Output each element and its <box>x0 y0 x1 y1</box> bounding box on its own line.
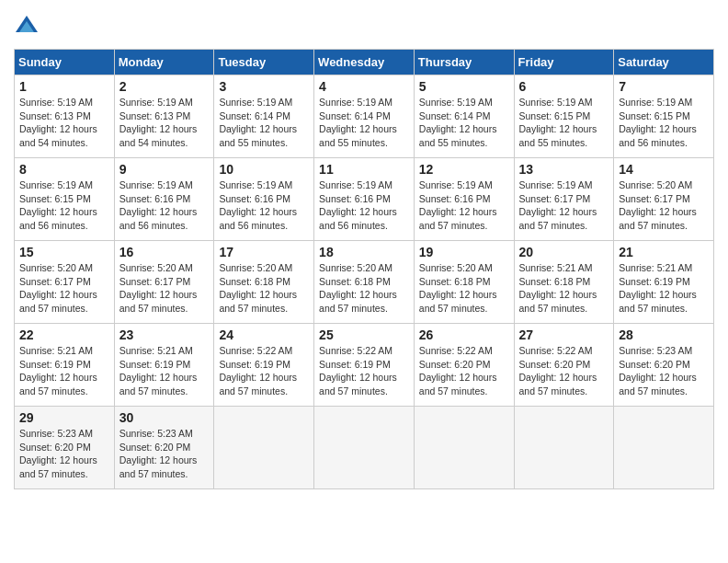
calendar-day-13: 13 Sunrise: 5:19 AMSunset: 6:17 PMDaylig… <box>514 158 614 241</box>
calendar-header-wednesday: Wednesday <box>314 50 415 75</box>
calendar-day-23: 23 Sunrise: 5:21 AMSunset: 6:19 PMDaylig… <box>114 324 214 407</box>
day-info: Sunrise: 5:19 AMSunset: 6:14 PMDaylight:… <box>219 96 309 150</box>
day-number: 24 <box>219 327 309 342</box>
day-number: 2 <box>119 79 210 94</box>
calendar-header-friday: Friday <box>514 50 614 75</box>
calendar-day-empty <box>314 407 415 489</box>
day-number: 20 <box>519 245 609 259</box>
day-info: Sunrise: 5:20 AMSunset: 6:18 PMDaylight:… <box>219 261 309 316</box>
day-number: 28 <box>619 327 709 342</box>
day-number: 10 <box>219 162 309 177</box>
calendar-day-empty <box>414 407 514 489</box>
calendar-week-3: 22 Sunrise: 5:21 AMSunset: 6:19 PMDaylig… <box>15 324 714 407</box>
day-info: Sunrise: 5:21 AMSunset: 6:18 PMDaylight:… <box>519 261 609 316</box>
calendar-week-2: 15 Sunrise: 5:20 AMSunset: 6:17 PMDaylig… <box>15 241 714 324</box>
logo <box>14 14 41 40</box>
day-info: Sunrise: 5:20 AMSunset: 6:17 PMDaylight:… <box>19 261 109 316</box>
day-number: 1 <box>19 79 109 94</box>
day-number: 26 <box>419 327 509 342</box>
day-info: Sunrise: 5:19 AMSunset: 6:15 PMDaylight:… <box>19 178 109 233</box>
logo-icon <box>14 14 40 40</box>
header <box>14 14 714 40</box>
calendar-day-24: 24 Sunrise: 5:22 AMSunset: 6:19 PMDaylig… <box>214 324 314 407</box>
calendar-day-30: 30 Sunrise: 5:23 AMSunset: 6:20 PMDaylig… <box>114 407 214 489</box>
day-info: Sunrise: 5:23 AMSunset: 6:20 PMDaylight:… <box>619 344 709 398</box>
calendar-header-sunday: Sunday <box>15 50 115 75</box>
day-number: 30 <box>119 410 210 425</box>
calendar-day-empty <box>214 407 314 489</box>
calendar-day-17: 17 Sunrise: 5:20 AMSunset: 6:18 PMDaylig… <box>214 241 314 324</box>
day-info: Sunrise: 5:19 AMSunset: 6:17 PMDaylight:… <box>519 178 609 233</box>
calendar-day-14: 14 Sunrise: 5:20 AMSunset: 6:17 PMDaylig… <box>614 158 714 241</box>
day-info: Sunrise: 5:21 AMSunset: 6:19 PMDaylight:… <box>119 344 210 398</box>
day-info: Sunrise: 5:19 AMSunset: 6:15 PMDaylight:… <box>519 96 609 150</box>
day-number: 14 <box>619 162 709 177</box>
calendar-day-empty <box>614 407 714 489</box>
calendar-table: SundayMondayTuesdayWednesdayThursdayFrid… <box>14 49 714 489</box>
day-number: 15 <box>19 245 109 259</box>
day-info: Sunrise: 5:23 AMSunset: 6:20 PMDaylight:… <box>19 427 109 481</box>
day-info: Sunrise: 5:20 AMSunset: 6:17 PMDaylight:… <box>619 178 709 233</box>
calendar-header-row: SundayMondayTuesdayWednesdayThursdayFrid… <box>15 50 714 75</box>
day-number: 8 <box>19 162 109 177</box>
calendar-day-empty <box>514 407 614 489</box>
calendar-header-tuesday: Tuesday <box>214 50 314 75</box>
day-number: 19 <box>419 245 509 259</box>
calendar-day-25: 25 Sunrise: 5:22 AMSunset: 6:19 PMDaylig… <box>314 324 415 407</box>
calendar-day-1: 1 Sunrise: 5:19 AMSunset: 6:13 PMDayligh… <box>15 75 115 158</box>
calendar-day-29: 29 Sunrise: 5:23 AMSunset: 6:20 PMDaylig… <box>15 407 115 489</box>
calendar-day-10: 10 Sunrise: 5:19 AMSunset: 6:16 PMDaylig… <box>214 158 314 241</box>
calendar-day-7: 7 Sunrise: 5:19 AMSunset: 6:15 PMDayligh… <box>614 75 714 158</box>
day-info: Sunrise: 5:19 AMSunset: 6:16 PMDaylight:… <box>419 178 509 233</box>
calendar-day-5: 5 Sunrise: 5:19 AMSunset: 6:14 PMDayligh… <box>414 75 514 158</box>
calendar-week-4: 29 Sunrise: 5:23 AMSunset: 6:20 PMDaylig… <box>15 407 714 489</box>
day-info: Sunrise: 5:19 AMSunset: 6:13 PMDaylight:… <box>119 96 210 150</box>
calendar-header-thursday: Thursday <box>414 50 514 75</box>
day-info: Sunrise: 5:22 AMSunset: 6:19 PMDaylight:… <box>319 344 409 398</box>
day-number: 6 <box>519 79 609 94</box>
calendar-day-15: 15 Sunrise: 5:20 AMSunset: 6:17 PMDaylig… <box>15 241 115 324</box>
calendar-day-6: 6 Sunrise: 5:19 AMSunset: 6:15 PMDayligh… <box>514 75 614 158</box>
day-number: 11 <box>319 162 409 177</box>
calendar-day-19: 19 Sunrise: 5:20 AMSunset: 6:18 PMDaylig… <box>414 241 514 324</box>
calendar-day-21: 21 Sunrise: 5:21 AMSunset: 6:19 PMDaylig… <box>614 241 714 324</box>
day-info: Sunrise: 5:21 AMSunset: 6:19 PMDaylight:… <box>619 261 709 316</box>
calendar-day-18: 18 Sunrise: 5:20 AMSunset: 6:18 PMDaylig… <box>314 241 415 324</box>
calendar-day-8: 8 Sunrise: 5:19 AMSunset: 6:15 PMDayligh… <box>15 158 115 241</box>
calendar-day-16: 16 Sunrise: 5:20 AMSunset: 6:17 PMDaylig… <box>114 241 214 324</box>
calendar-day-2: 2 Sunrise: 5:19 AMSunset: 6:13 PMDayligh… <box>114 75 214 158</box>
day-number: 17 <box>219 245 309 259</box>
calendar-day-9: 9 Sunrise: 5:19 AMSunset: 6:16 PMDayligh… <box>114 158 214 241</box>
day-info: Sunrise: 5:19 AMSunset: 6:16 PMDaylight:… <box>319 178 409 233</box>
day-info: Sunrise: 5:22 AMSunset: 6:20 PMDaylight:… <box>419 344 509 398</box>
day-info: Sunrise: 5:19 AMSunset: 6:15 PMDaylight:… <box>619 96 709 150</box>
day-number: 5 <box>419 79 509 94</box>
day-number: 9 <box>119 162 210 177</box>
calendar-day-4: 4 Sunrise: 5:19 AMSunset: 6:14 PMDayligh… <box>314 75 415 158</box>
calendar-day-28: 28 Sunrise: 5:23 AMSunset: 6:20 PMDaylig… <box>614 324 714 407</box>
day-number: 29 <box>19 410 109 425</box>
day-number: 22 <box>19 327 109 342</box>
calendar-day-27: 27 Sunrise: 5:22 AMSunset: 6:20 PMDaylig… <box>514 324 614 407</box>
day-info: Sunrise: 5:23 AMSunset: 6:20 PMDaylight:… <box>119 427 210 481</box>
calendar-day-3: 3 Sunrise: 5:19 AMSunset: 6:14 PMDayligh… <box>214 75 314 158</box>
day-info: Sunrise: 5:19 AMSunset: 6:16 PMDaylight:… <box>119 178 210 233</box>
calendar-day-26: 26 Sunrise: 5:22 AMSunset: 6:20 PMDaylig… <box>414 324 514 407</box>
day-info: Sunrise: 5:19 AMSunset: 6:13 PMDaylight:… <box>19 96 109 150</box>
day-number: 21 <box>619 245 709 259</box>
day-number: 23 <box>119 327 210 342</box>
day-info: Sunrise: 5:19 AMSunset: 6:16 PMDaylight:… <box>219 178 309 233</box>
calendar-day-12: 12 Sunrise: 5:19 AMSunset: 6:16 PMDaylig… <box>414 158 514 241</box>
day-number: 13 <box>519 162 609 177</box>
calendar-day-22: 22 Sunrise: 5:21 AMSunset: 6:19 PMDaylig… <box>15 324 115 407</box>
day-number: 27 <box>519 327 609 342</box>
day-number: 16 <box>119 245 210 259</box>
calendar-week-1: 8 Sunrise: 5:19 AMSunset: 6:15 PMDayligh… <box>15 158 714 241</box>
calendar-header-saturday: Saturday <box>614 50 714 75</box>
day-info: Sunrise: 5:22 AMSunset: 6:20 PMDaylight:… <box>519 344 609 398</box>
day-info: Sunrise: 5:20 AMSunset: 6:17 PMDaylight:… <box>119 261 210 316</box>
day-number: 12 <box>419 162 509 177</box>
day-info: Sunrise: 5:21 AMSunset: 6:19 PMDaylight:… <box>19 344 109 398</box>
day-number: 3 <box>219 79 309 94</box>
calendar-day-20: 20 Sunrise: 5:21 AMSunset: 6:18 PMDaylig… <box>514 241 614 324</box>
